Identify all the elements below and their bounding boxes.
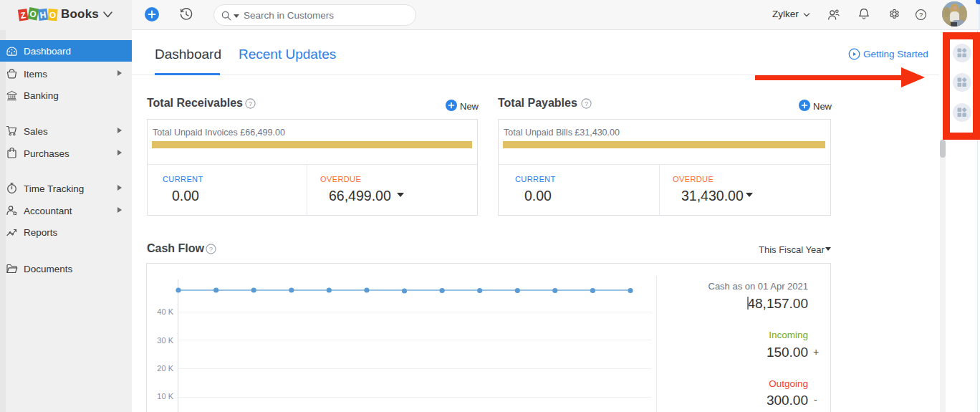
svg-text:H: H xyxy=(39,10,47,21)
svg-text:?: ? xyxy=(585,100,588,107)
svg-text:?: ? xyxy=(249,100,252,107)
svg-text:?: ? xyxy=(919,11,923,19)
svg-text:O: O xyxy=(49,10,56,21)
svg-text:?: ? xyxy=(209,246,213,253)
